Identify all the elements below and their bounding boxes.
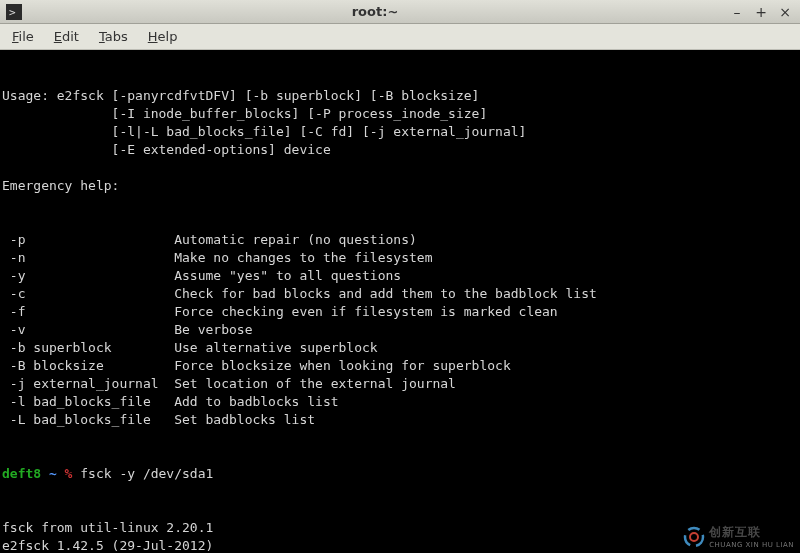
terminal-line bbox=[2, 159, 798, 177]
terminal-line: -L bad_blocks_file Set badblocks list bbox=[2, 411, 798, 429]
window-titlebar: > root:~ – + × bbox=[0, 0, 800, 24]
terminal-line: -c Check for bad blocks and add them to … bbox=[2, 285, 798, 303]
window-close-button[interactable]: × bbox=[778, 5, 792, 19]
svg-text:>: > bbox=[9, 6, 16, 19]
prompt-host: deft8 bbox=[2, 466, 41, 481]
terminal-output-block: fsck from util-linux 2.20.1e2fsck 1.42.5… bbox=[2, 519, 798, 553]
terminal-line: -B blocksize Force blocksize when lookin… bbox=[2, 357, 798, 375]
window-minimize-button[interactable]: – bbox=[730, 5, 744, 19]
terminal-line: fsck from util-linux 2.20.1 bbox=[2, 519, 798, 537]
terminal-line: -f Force checking even if filesystem is … bbox=[2, 303, 798, 321]
terminal-line: e2fsck 1.42.5 (29-Jul-2012) bbox=[2, 537, 798, 553]
terminal-help-options: -p Automatic repair (no questions) -n Ma… bbox=[2, 231, 798, 429]
terminal-line: -y Assume "yes" to all questions bbox=[2, 267, 798, 285]
terminal-line: -l bad_blocks_file Add to badblocks list bbox=[2, 393, 798, 411]
menu-tabs[interactable]: Tabs bbox=[91, 27, 136, 46]
terminal-line: Usage: e2fsck [-panyrcdfvtDFV] [-b super… bbox=[2, 87, 798, 105]
terminal-line: -b superblock Use alternative superblock bbox=[2, 339, 798, 357]
terminal-line: [-l|-L bad_blocks_file] [-C fd] [-j exte… bbox=[2, 123, 798, 141]
terminal-usage-block: Usage: e2fsck [-panyrcdfvtDFV] [-b super… bbox=[2, 87, 798, 195]
terminal-line: [-E extended-options] device bbox=[2, 141, 798, 159]
terminal-line: -j external_journal Set location of the … bbox=[2, 375, 798, 393]
window-title: root:~ bbox=[28, 4, 722, 19]
menu-edit[interactable]: Edit bbox=[46, 27, 87, 46]
prompt-command: fsck -y /dev/sda1 bbox=[80, 466, 213, 481]
menu-help[interactable]: Help bbox=[140, 27, 186, 46]
terminal-viewport[interactable]: Usage: e2fsck [-panyrcdfvtDFV] [-b super… bbox=[0, 50, 800, 553]
menubar: File Edit Tabs Help bbox=[0, 24, 800, 50]
prompt-separator: % bbox=[57, 466, 80, 481]
window-maximize-button[interactable]: + bbox=[754, 5, 768, 19]
terminal-line: -p Automatic repair (no questions) bbox=[2, 231, 798, 249]
terminal-prompt-line: deft8 ~ % fsck -y /dev/sda1 bbox=[2, 465, 798, 483]
terminal-line: -n Make no changes to the filesystem bbox=[2, 249, 798, 267]
terminal-app-icon: > bbox=[6, 4, 22, 20]
prompt-path bbox=[41, 466, 49, 481]
terminal-line: [-I inode_buffer_blocks] [-P process_ino… bbox=[2, 105, 798, 123]
terminal-line: -v Be verbose bbox=[2, 321, 798, 339]
terminal-line: Emergency help: bbox=[2, 177, 798, 195]
menu-file[interactable]: File bbox=[4, 27, 42, 46]
window-controls: – + × bbox=[722, 5, 800, 19]
